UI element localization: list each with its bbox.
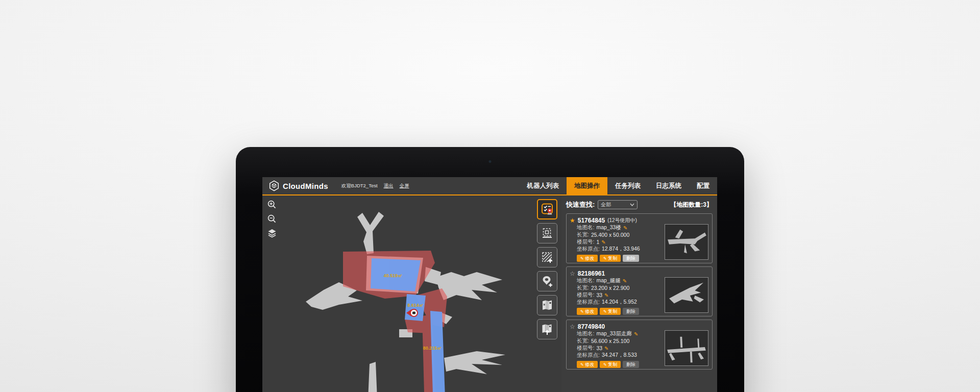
- edit-map-button[interactable]: 修改: [577, 361, 598, 368]
- edit-icon[interactable]: [604, 292, 608, 298]
- field-label: 长宽:: [577, 284, 589, 291]
- delete-map-button[interactable]: 删除: [623, 255, 639, 262]
- map-thumbnail-image: [665, 278, 708, 312]
- map-id: 87749840: [578, 323, 605, 330]
- map-thumbnail[interactable]: [665, 224, 708, 260]
- field-label: 坐标原点:: [577, 352, 600, 359]
- card-head: ☆ 82186961: [570, 270, 708, 277]
- edit-map-button[interactable]: 修改: [577, 308, 598, 315]
- delete-map-button[interactable]: 删除: [623, 361, 639, 368]
- card-head: ★ 51764845 (12号使用中): [570, 216, 708, 224]
- field-label: 地图名:: [577, 224, 594, 231]
- layers-button[interactable]: [266, 228, 278, 239]
- nav-tabs: 机器人列表 地图操作 任务列表 日志系统 配置: [520, 177, 718, 194]
- map-card[interactable]: ★ 51764845 (12号使用中) 地图名:map_33楼 长宽:25.40…: [566, 213, 713, 263]
- map-thumbnail[interactable]: [665, 277, 708, 313]
- add-poi-button[interactable]: [537, 271, 557, 291]
- logout-link[interactable]: 退出: [384, 183, 394, 189]
- tab-robot-list[interactable]: 机器人列表: [520, 177, 567, 194]
- field-label: 长宽:: [577, 231, 589, 238]
- field-label: 楼层号:: [577, 345, 594, 352]
- edit-icon[interactable]: [601, 239, 605, 245]
- map-name-value: map_33层走廊: [596, 330, 631, 337]
- add-region-icon: [541, 251, 554, 264]
- map-controls: [266, 199, 278, 239]
- map-card[interactable]: ☆ 82186961 地图名:map_腿腿 长宽:23.200 x 22.900…: [566, 266, 713, 316]
- field-label: 地图名:: [577, 330, 594, 337]
- favorite-star-icon[interactable]: ★: [570, 217, 575, 224]
- brand-name: CloudMinds: [283, 182, 328, 190]
- map-origin-value: 14.204，5.952: [602, 299, 637, 306]
- tab-config[interactable]: 配置: [689, 177, 717, 194]
- filter-dropdown-value: 全部: [601, 201, 611, 208]
- measure-area-icon: [541, 227, 554, 240]
- map-name-value: map_腿腿: [596, 277, 620, 284]
- map-size-value: 23.200 x 22.900: [591, 285, 629, 291]
- top-navbar: CloudMinds 欢迎BJDT2_Test 退出 全屏 机器人列表 地图操作…: [262, 177, 717, 195]
- map-markers-button[interactable]: [537, 295, 557, 315]
- welcome-text: 欢迎BJDT2_Test: [341, 183, 378, 189]
- card-head: ☆ 87749840: [570, 323, 708, 330]
- add-poi-icon: [541, 275, 554, 288]
- fullscreen-link[interactable]: 全屏: [400, 183, 409, 189]
- measure-area-button[interactable]: [537, 223, 557, 243]
- favorite-star-icon[interactable]: ☆: [570, 271, 575, 277]
- map-thumbnail[interactable]: [665, 330, 708, 366]
- area-label-1: 40.519㎡: [384, 273, 403, 278]
- copy-map-button[interactable]: 复制: [600, 361, 621, 368]
- map-id: 82186961: [578, 270, 605, 277]
- zoom-in-button[interactable]: [266, 199, 278, 210]
- map-thumbnail-image: [665, 225, 708, 259]
- upload-map-button[interactable]: [537, 319, 557, 339]
- edit-icon[interactable]: [634, 331, 638, 337]
- copy-map-button[interactable]: 复制: [600, 308, 621, 315]
- map-thumbnail-image: [665, 331, 708, 365]
- map-markers-icon: [541, 299, 554, 312]
- map-count-label: 【地图数量:3】: [670, 201, 713, 209]
- laptop-frame: CloudMinds 欢迎BJDT2_Test 退出 全屏 机器人列表 地图操作…: [236, 147, 744, 392]
- field-label: 坐标原点:: [577, 246, 600, 253]
- map-toolbar: [537, 199, 557, 339]
- edit-map-button[interactable]: 修改: [577, 255, 598, 262]
- zoom-out-button[interactable]: [266, 213, 278, 225]
- cloudminds-logo-icon: [268, 180, 280, 191]
- copy-map-button[interactable]: 复制: [600, 255, 621, 262]
- map-origin-value: 12.874，33.946: [602, 246, 640, 253]
- tab-task-list[interactable]: 任务列表: [607, 177, 648, 194]
- map-floor-value: 33: [596, 292, 602, 298]
- webcam-dot: [489, 160, 492, 163]
- map-list-panel: 快速查找: 全部 【地图数量:3】 ★ 51764845 (12号使用中): [561, 195, 717, 392]
- edit-icon[interactable]: [623, 278, 627, 284]
- zoom-in-icon: [267, 200, 277, 210]
- field-label: 地图名:: [577, 277, 594, 284]
- map-canvas[interactable]: 40.519㎡ 8.614㎡ 80.215㎡: [262, 195, 561, 392]
- map-name-value: map_33楼: [596, 224, 621, 231]
- main-area: 40.519㎡ 8.614㎡ 80.215㎡: [262, 195, 717, 392]
- field-label: 楼层号:: [577, 291, 594, 299]
- tab-log-system[interactable]: 日志系统: [648, 177, 689, 194]
- edit-icon[interactable]: [604, 346, 608, 351]
- map-in-use-badge: (12号使用中): [607, 217, 637, 224]
- map-size-value: 25.400 x 50.000: [591, 232, 629, 238]
- map-card[interactable]: ☆ 87749840 地图名:map_33层走廊 长宽:56.600 x 25.…: [566, 320, 713, 370]
- delete-map-button[interactable]: 删除: [623, 308, 639, 315]
- map-floor-value: 33: [596, 345, 602, 351]
- area-label-2: 8.614㎡: [407, 303, 424, 308]
- map-scan-shapes: [306, 212, 505, 392]
- map-origin-value: 34.247，8.533: [602, 352, 637, 359]
- upload-map-icon: [541, 323, 554, 336]
- edit-icon[interactable]: [623, 225, 627, 231]
- session-bar: 欢迎BJDT2_Test 退出 全屏: [341, 177, 409, 194]
- poi-checklist-button[interactable]: [537, 199, 557, 219]
- map-floor-value: 1: [596, 239, 599, 245]
- tab-map-operations[interactable]: 地图操作: [567, 177, 607, 194]
- app-screen: CloudMinds 欢迎BJDT2_Test 退出 全屏 机器人列表 地图操作…: [262, 177, 717, 392]
- zoom-out-icon: [267, 214, 277, 224]
- add-region-button[interactable]: [537, 247, 557, 267]
- filter-dropdown[interactable]: 全部: [598, 200, 638, 209]
- quick-search-label: 快速查找:: [566, 200, 595, 209]
- favorite-star-icon[interactable]: ☆: [570, 324, 575, 330]
- field-label: 长宽:: [577, 337, 589, 345]
- field-label: 坐标原点:: [577, 299, 600, 306]
- map-id: 51764845: [578, 217, 605, 224]
